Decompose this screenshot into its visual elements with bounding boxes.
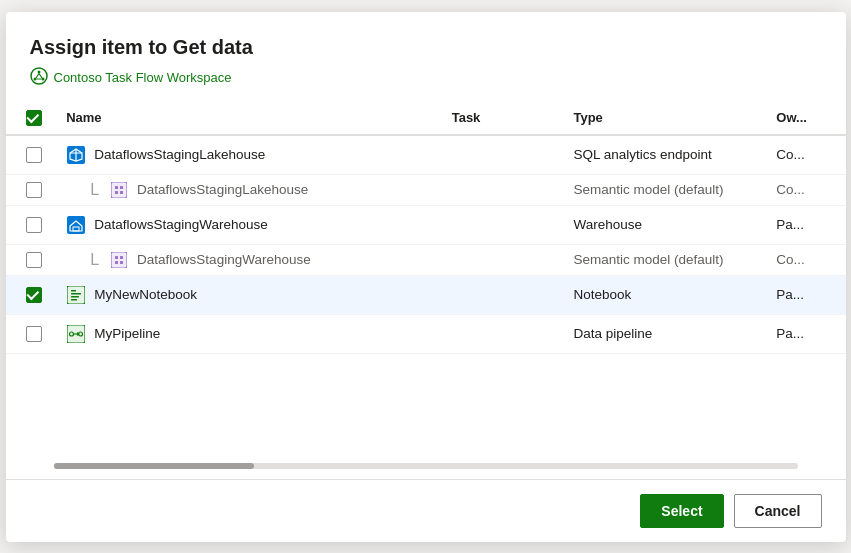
row-name: MyNewNotebook	[94, 287, 197, 302]
select-all-checkbox[interactable]	[26, 110, 42, 126]
row-name: MyPipeline	[94, 326, 160, 341]
svg-rect-20	[115, 261, 118, 264]
svg-rect-12	[120, 186, 123, 189]
row-type: Warehouse	[561, 205, 764, 244]
svg-point-1	[37, 70, 40, 73]
row-checkbox[interactable]	[26, 217, 42, 233]
col-header-owner: Ow...	[764, 102, 845, 135]
row-task	[440, 314, 562, 353]
row-name: DataflowsStagingLakehouse	[94, 147, 265, 162]
row-checkbox[interactable]	[26, 287, 42, 303]
row-checkbox-cell[interactable]	[6, 174, 55, 205]
dialog-footer: Select Cancel	[6, 479, 846, 542]
row-checkbox[interactable]	[26, 147, 42, 163]
tree-branch-icon: L	[90, 252, 99, 268]
row-task	[440, 135, 562, 175]
table-row[interactable]: MyPipeline Data pipeline Pa...	[6, 314, 846, 353]
semantic-icon	[109, 180, 129, 200]
row-task	[440, 205, 562, 244]
row-task	[440, 244, 562, 275]
table-row[interactable]: DataflowsStagingWarehouse Warehouse Pa..…	[6, 205, 846, 244]
table-row[interactable]: L DataflowsStagingWarehouse	[6, 244, 846, 275]
svg-rect-13	[115, 191, 118, 194]
svg-rect-26	[71, 299, 77, 301]
cancel-button[interactable]: Cancel	[734, 494, 822, 528]
sub-indent: L DataflowsStagingWarehouse	[66, 250, 428, 270]
svg-rect-17	[111, 252, 127, 268]
svg-rect-18	[115, 256, 118, 259]
scrollbar-area	[6, 455, 846, 479]
name-cell: DataflowsStagingWarehouse	[66, 215, 428, 235]
dialog-title: Assign item to Get data	[30, 36, 822, 59]
table-row[interactable]: DataflowsStagingLakehouse SQL analytics …	[6, 135, 846, 175]
row-checkbox[interactable]	[26, 252, 42, 268]
row-type: Data pipeline	[561, 314, 764, 353]
name-cell: MyNewNotebook	[66, 285, 428, 305]
row-type: SQL analytics endpoint	[561, 135, 764, 175]
svg-rect-11	[115, 186, 118, 189]
row-name-cell: L DataflowsStagingLakehouse	[54, 174, 440, 205]
horizontal-scrollbar-track[interactable]	[54, 463, 798, 469]
assign-item-dialog: Assign item to Get data Contoso Task Flo…	[6, 12, 846, 542]
row-owner: Pa...	[764, 314, 845, 353]
row-checkbox-cell[interactable]	[6, 135, 55, 175]
row-checkbox[interactable]	[26, 182, 42, 198]
workspace-row: Contoso Task Flow Workspace	[30, 67, 822, 88]
row-name: DataflowsStagingWarehouse	[94, 217, 268, 232]
name-cell: DataflowsStagingLakehouse	[66, 145, 428, 165]
row-type: Semantic model (default)	[561, 244, 764, 275]
row-name-cell: DataflowsStagingLakehouse	[54, 135, 440, 175]
svg-rect-24	[71, 293, 81, 295]
lakehouse-icon	[66, 145, 86, 165]
select-button[interactable]: Select	[640, 494, 723, 528]
select-all-header[interactable]	[6, 102, 55, 135]
col-header-name: Name	[54, 102, 440, 135]
row-owner: Co...	[764, 174, 845, 205]
horizontal-scrollbar-thumb[interactable]	[54, 463, 254, 469]
row-name: DataflowsStagingWarehouse	[137, 252, 311, 267]
table-row[interactable]: L DataflowsStagingLakehouse	[6, 174, 846, 205]
svg-rect-14	[120, 191, 123, 194]
row-checkbox-cell[interactable]	[6, 275, 55, 314]
col-header-type: Type	[561, 102, 764, 135]
row-checkbox-cell[interactable]	[6, 205, 55, 244]
svg-point-0	[31, 68, 47, 84]
row-name: DataflowsStagingLakehouse	[137, 182, 308, 197]
row-owner: Pa...	[764, 275, 845, 314]
semantic-icon	[109, 250, 129, 270]
svg-rect-22	[67, 286, 85, 304]
workspace-label: Contoso Task Flow Workspace	[54, 70, 232, 85]
row-type: Notebook	[561, 275, 764, 314]
row-name-cell: DataflowsStagingWarehouse	[54, 205, 440, 244]
row-checkbox-cell[interactable]	[6, 244, 55, 275]
row-checkbox[interactable]	[26, 326, 42, 342]
row-checkbox-cell[interactable]	[6, 314, 55, 353]
row-type: Semantic model (default)	[561, 174, 764, 205]
table-body: DataflowsStagingLakehouse SQL analytics …	[6, 135, 846, 354]
svg-line-5	[39, 73, 42, 78]
table-row[interactable]: MyNewNotebook Notebook Pa...	[6, 275, 846, 314]
row-owner: Pa...	[764, 205, 845, 244]
name-cell: MyPipeline	[66, 324, 428, 344]
row-owner: Co...	[764, 135, 845, 175]
row-name-cell: L DataflowsStagingWarehouse	[54, 244, 440, 275]
row-task	[440, 174, 562, 205]
svg-rect-21	[120, 261, 123, 264]
svg-rect-25	[71, 296, 79, 298]
workspace-icon	[30, 67, 48, 88]
sub-indent: L DataflowsStagingLakehouse	[66, 180, 428, 200]
notebook-icon	[66, 285, 86, 305]
warehouse-icon	[66, 215, 86, 235]
col-header-task: Task	[440, 102, 562, 135]
tree-branch-icon: L	[90, 182, 99, 198]
row-name-cell: MyPipeline	[54, 314, 440, 353]
svg-rect-10	[111, 182, 127, 198]
svg-rect-19	[120, 256, 123, 259]
row-owner: Co...	[764, 244, 845, 275]
svg-rect-23	[71, 290, 76, 292]
svg-line-4	[36, 73, 39, 78]
items-table: Name Task Type Ow...	[6, 102, 846, 354]
row-name-cell: MyNewNotebook	[54, 275, 440, 314]
items-table-container[interactable]: Name Task Type Ow...	[6, 102, 846, 455]
row-task	[440, 275, 562, 314]
